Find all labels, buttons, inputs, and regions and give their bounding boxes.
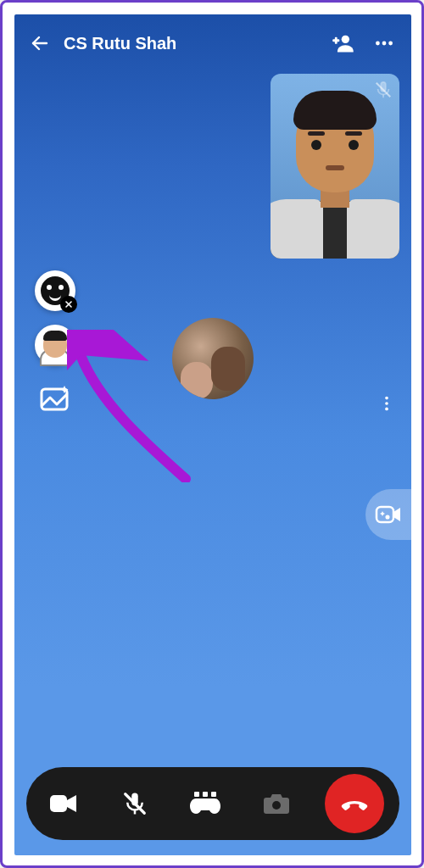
games-button[interactable] <box>183 782 227 826</box>
svg-rect-15 <box>377 507 393 522</box>
more-vertical-icon <box>377 394 396 413</box>
avatar-illustration <box>271 92 399 259</box>
close-badge-icon[interactable] <box>60 296 77 313</box>
svg-rect-17 <box>50 795 67 812</box>
svg-point-16 <box>387 516 389 519</box>
svg-rect-21 <box>203 792 208 797</box>
sparkle-image-icon <box>40 384 70 411</box>
svg-point-6 <box>388 42 393 46</box>
secondary-more-button[interactable] <box>374 391 399 416</box>
toggle-camera-button[interactable] <box>42 782 86 826</box>
video-call-screen: CS Rutu Shah <box>14 14 411 855</box>
self-video-preview[interactable] <box>271 74 399 259</box>
annotated-screenshot-frame: CS Rutu Shah <box>0 0 424 868</box>
call-header: CS Rutu Shah <box>14 14 411 72</box>
video-icon <box>49 793 78 815</box>
arrow-left-icon <box>30 33 50 53</box>
camera-effects-button[interactable] <box>365 489 411 540</box>
avatars-button[interactable] <box>35 270 75 311</box>
camera-icon <box>263 792 290 815</box>
game-controller-icon <box>189 792 221 815</box>
remote-participant-avatar[interactable] <box>172 318 254 399</box>
add-participant-button[interactable] <box>328 28 359 58</box>
photo-effects-button[interactable] <box>35 381 75 415</box>
svg-rect-20 <box>194 792 199 797</box>
svg-rect-3 <box>335 37 338 44</box>
toggle-mic-button[interactable] <box>113 782 157 826</box>
call-controls-bar <box>26 767 399 840</box>
capture-button <box>254 782 298 826</box>
svg-rect-22 <box>211 792 216 797</box>
svg-point-4 <box>376 42 380 46</box>
mic-off-icon <box>122 791 148 816</box>
svg-point-13 <box>385 402 388 405</box>
more-options-button[interactable] <box>369 28 399 58</box>
call-title: CS Rutu Shah <box>64 34 328 53</box>
svg-point-1 <box>342 36 349 43</box>
sparkle-camera-icon <box>374 503 403 526</box>
avatar-effect-button[interactable] <box>35 325 75 365</box>
svg-point-14 <box>385 408 388 411</box>
svg-point-23 <box>272 801 281 810</box>
end-call-button[interactable] <box>325 774 384 833</box>
add-person-icon <box>332 31 355 55</box>
mini-avatar-icon <box>43 332 67 358</box>
svg-point-12 <box>385 397 388 400</box>
more-horizontal-icon <box>373 32 395 54</box>
phone-hangup-icon <box>339 788 370 819</box>
back-button[interactable] <box>26 30 53 57</box>
svg-point-5 <box>382 42 387 46</box>
